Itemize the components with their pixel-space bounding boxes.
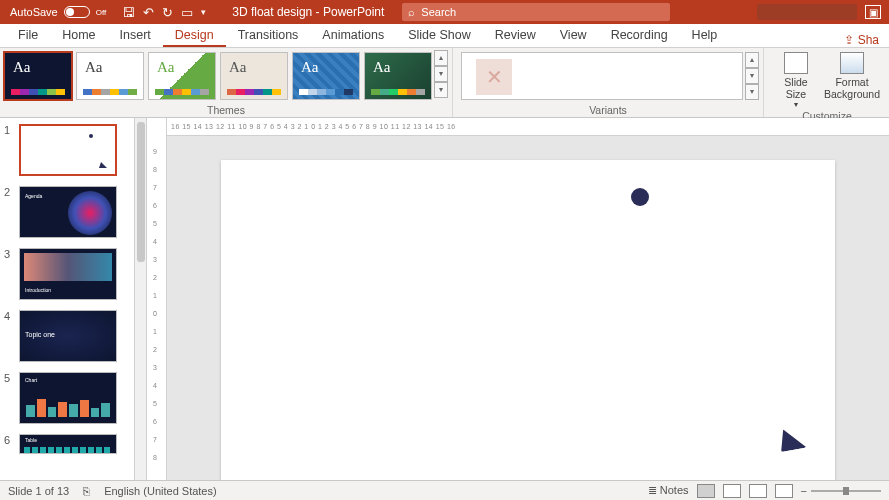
reading-view-icon[interactable] [749,484,767,498]
triangle-shape[interactable] [777,426,806,452]
tab-slideshow[interactable]: Slide Show [396,24,483,47]
search-icon: ⌕ [408,6,415,18]
autosave-toggle[interactable] [64,6,90,18]
share-icon: ⇪ [844,33,854,47]
slide-thumbnail[interactable]: Agenda [19,186,117,238]
slide-size-icon [784,52,808,74]
tab-insert[interactable]: Insert [108,24,163,47]
slide-size-button[interactable]: Slide Size ▾ [774,52,818,109]
search-box[interactable]: ⌕ [402,3,670,21]
variants-gallery[interactable]: ✕ [461,52,743,100]
theme-aa-text: Aa [13,59,31,76]
slide-number: 2 [4,186,14,238]
redo-icon[interactable]: ↻ [162,5,173,20]
slide-thumbnail[interactable]: Introduction [19,248,117,300]
undo-icon[interactable]: ↶ [143,5,154,20]
ribbon-display-icon[interactable]: ▣ [865,5,881,19]
theme-option[interactable]: Aa [220,52,288,100]
theme-option[interactable]: Aa [76,52,144,100]
search-input[interactable] [421,6,664,18]
language-status[interactable]: English (United States) [104,485,217,497]
zoom-slider[interactable] [811,490,881,492]
autosave-label: AutoSave [10,6,58,18]
qat-more-icon[interactable]: ▾ [201,7,206,17]
slide-thumbnail[interactable] [19,124,117,176]
tab-view[interactable]: View [548,24,599,47]
format-bg-icon [840,52,864,74]
tab-review[interactable]: Review [483,24,548,47]
vertical-ruler: 98 76 54 32 10 12 34 56 78 [147,118,167,480]
slide-thumbnail[interactable]: Table [19,434,117,454]
gallery-down-icon[interactable]: ▾ [434,66,448,82]
slide-number: 6 [4,434,14,454]
tab-file[interactable]: File [6,24,50,47]
slideshow-view-icon[interactable] [775,484,793,498]
chevron-down-icon: ▾ [794,100,798,109]
notes-button[interactable]: ≣ Notes [648,484,689,497]
tab-animations[interactable]: Animations [310,24,396,47]
gallery-up-icon[interactable]: ▴ [434,50,448,66]
theme-option[interactable]: Aa [148,52,216,100]
present-icon[interactable]: ▭ [181,5,193,20]
tab-design[interactable]: Design [163,24,226,47]
document-title: 3D float design - PowerPoint [232,5,384,19]
share-button[interactable]: ⇪ Sha [844,33,883,47]
slide-canvas[interactable] [221,160,835,480]
slide-number: 3 [4,248,14,300]
tab-home[interactable]: Home [50,24,107,47]
theme-option[interactable]: Aa [364,52,432,100]
autosave-state: Off [96,8,107,17]
tab-transitions[interactable]: Transitions [226,24,311,47]
zoom-out-icon[interactable]: − [801,485,807,497]
gallery-more-icon[interactable]: ▾ [434,82,448,98]
save-icon[interactable]: 🖫 [122,5,135,20]
themes-gallery[interactable]: Aa Aa Aa Aa Aa [4,50,432,100]
circle-shape[interactable] [631,188,649,206]
theme-option[interactable]: Aa [4,52,72,100]
slide-panel[interactable]: 1 2 Agenda 3 Introduction 4 Topic one [0,118,135,480]
tab-help[interactable]: Help [680,24,730,47]
panel-scrollbar[interactable] [135,118,147,480]
variants-group-label: Variants [457,103,759,117]
slide-number: 5 [4,372,14,424]
normal-view-icon[interactable] [697,484,715,498]
slide-thumbnail[interactable]: Chart [19,372,117,424]
variant-down-icon[interactable]: ▾ [745,68,759,84]
tab-recording[interactable]: Recording [599,24,680,47]
variant-more-icon[interactable]: ▾ [745,84,759,100]
slide-thumbnail[interactable]: Topic one [19,310,117,362]
no-variant-icon: ✕ [476,59,512,95]
slide-number: 4 [4,310,14,362]
sorter-view-icon[interactable] [723,484,741,498]
themes-group-label: Themes [4,103,448,117]
variant-up-icon[interactable]: ▴ [745,52,759,68]
format-background-button[interactable]: Format Background [824,52,880,100]
user-account[interactable] [757,4,857,20]
theme-option[interactable]: Aa [292,52,360,100]
horizontal-ruler: 16 15 14 13 12 11 10 9 8 7 6 5 4 3 2 1 0… [167,118,889,136]
slide-counter[interactable]: Slide 1 of 13 [8,485,69,497]
slide-number: 1 [4,124,14,176]
accessibility-icon[interactable]: ⎘ [83,485,90,497]
